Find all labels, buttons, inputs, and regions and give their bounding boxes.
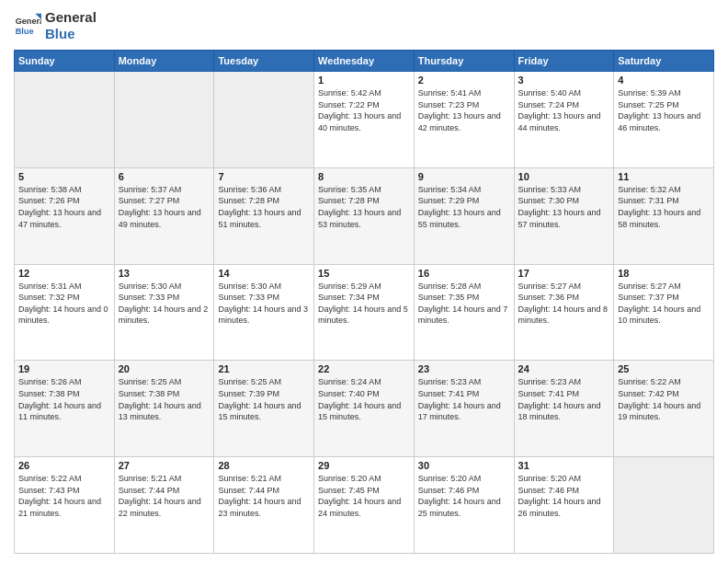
day-number: 20 bbox=[119, 363, 210, 374]
day-cell: 11Sunrise: 5:32 AMSunset: 7:31 PMDayligh… bbox=[614, 167, 714, 264]
week-row-2: 5Sunrise: 5:38 AMSunset: 7:26 PMDaylight… bbox=[15, 167, 714, 264]
day-info: Sunrise: 5:32 AMSunset: 7:31 PMDaylight:… bbox=[618, 184, 710, 230]
col-tuesday: Tuesday bbox=[214, 51, 314, 72]
day-cell: 8Sunrise: 5:35 AMSunset: 7:28 PMDaylight… bbox=[314, 167, 415, 264]
day-info: Sunrise: 5:24 AMSunset: 7:40 PMDaylight:… bbox=[318, 376, 410, 422]
day-cell: 7Sunrise: 5:36 AMSunset: 7:28 PMDaylight… bbox=[214, 167, 314, 264]
day-info: Sunrise: 5:20 AMSunset: 7:45 PMDaylight:… bbox=[318, 473, 410, 519]
day-cell: 5Sunrise: 5:38 AMSunset: 7:26 PMDaylight… bbox=[15, 167, 115, 264]
day-cell: 21Sunrise: 5:25 AMSunset: 7:39 PMDayligh… bbox=[214, 361, 314, 457]
day-info: Sunrise: 5:27 AMSunset: 7:37 PMDaylight:… bbox=[618, 281, 710, 327]
day-number: 2 bbox=[418, 75, 510, 86]
day-cell: 15Sunrise: 5:29 AMSunset: 7:34 PMDayligh… bbox=[314, 264, 415, 361]
day-cell: 13Sunrise: 5:30 AMSunset: 7:33 PMDayligh… bbox=[114, 264, 214, 361]
day-info: Sunrise: 5:20 AMSunset: 7:46 PMDaylight:… bbox=[518, 473, 610, 519]
day-info: Sunrise: 5:36 AMSunset: 7:28 PMDaylight:… bbox=[218, 184, 310, 230]
day-info: Sunrise: 5:30 AMSunset: 7:33 PMDaylight:… bbox=[218, 281, 310, 327]
week-row-3: 12Sunrise: 5:31 AMSunset: 7:32 PMDayligh… bbox=[15, 264, 714, 361]
day-info: Sunrise: 5:41 AMSunset: 7:23 PMDaylight:… bbox=[418, 87, 510, 133]
day-info: Sunrise: 5:30 AMSunset: 7:33 PMDaylight:… bbox=[119, 281, 210, 327]
day-number: 1 bbox=[318, 75, 410, 86]
day-info: Sunrise: 5:42 AMSunset: 7:22 PMDaylight:… bbox=[318, 87, 410, 133]
col-saturday: Saturday bbox=[614, 51, 714, 72]
day-cell: 29Sunrise: 5:20 AMSunset: 7:45 PMDayligh… bbox=[314, 457, 415, 554]
week-row-1: 1Sunrise: 5:42 AMSunset: 7:22 PMDaylight… bbox=[15, 72, 714, 168]
header-row: Sunday Monday Tuesday Wednesday Thursday… bbox=[15, 51, 714, 72]
day-number: 4 bbox=[618, 75, 710, 86]
day-number: 13 bbox=[119, 268, 210, 279]
day-info: Sunrise: 5:28 AMSunset: 7:35 PMDaylight:… bbox=[418, 281, 510, 327]
day-cell: 31Sunrise: 5:20 AMSunset: 7:46 PMDayligh… bbox=[514, 457, 614, 554]
day-number: 23 bbox=[418, 363, 510, 374]
day-cell: 2Sunrise: 5:41 AMSunset: 7:23 PMDaylight… bbox=[414, 72, 514, 168]
day-cell: 27Sunrise: 5:21 AMSunset: 7:44 PMDayligh… bbox=[114, 457, 214, 554]
logo-general-text: General bbox=[45, 9, 97, 26]
day-number: 25 bbox=[618, 363, 710, 374]
svg-text:General: General bbox=[16, 17, 41, 26]
day-info: Sunrise: 5:40 AMSunset: 7:24 PMDaylight:… bbox=[518, 87, 610, 133]
day-cell bbox=[614, 457, 714, 554]
day-cell: 6Sunrise: 5:37 AMSunset: 7:27 PMDaylight… bbox=[114, 167, 214, 264]
day-number: 30 bbox=[418, 460, 510, 471]
day-info: Sunrise: 5:27 AMSunset: 7:36 PMDaylight:… bbox=[518, 281, 610, 327]
day-info: Sunrise: 5:21 AMSunset: 7:44 PMDaylight:… bbox=[218, 473, 310, 519]
calendar-table: Sunday Monday Tuesday Wednesday Thursday… bbox=[14, 50, 714, 554]
day-number: 9 bbox=[418, 171, 510, 182]
day-cell bbox=[114, 72, 214, 168]
day-info: Sunrise: 5:39 AMSunset: 7:25 PMDaylight:… bbox=[618, 87, 710, 133]
day-number: 18 bbox=[618, 268, 710, 279]
day-number: 15 bbox=[318, 268, 410, 279]
day-info: Sunrise: 5:22 AMSunset: 7:42 PMDaylight:… bbox=[618, 376, 710, 422]
day-number: 7 bbox=[218, 171, 310, 182]
svg-text:Blue: Blue bbox=[16, 27, 34, 36]
day-number: 24 bbox=[518, 363, 610, 374]
header: General Blue General Blue bbox=[14, 9, 714, 42]
day-cell: 28Sunrise: 5:21 AMSunset: 7:44 PMDayligh… bbox=[214, 457, 314, 554]
day-cell bbox=[214, 72, 314, 168]
day-cell: 30Sunrise: 5:20 AMSunset: 7:46 PMDayligh… bbox=[414, 457, 514, 554]
day-number: 26 bbox=[18, 460, 110, 471]
day-number: 28 bbox=[218, 460, 310, 471]
day-number: 19 bbox=[18, 363, 110, 374]
day-info: Sunrise: 5:31 AMSunset: 7:32 PMDaylight:… bbox=[18, 281, 110, 327]
page: General Blue General Blue Sunday Monday … bbox=[0, 0, 728, 563]
day-info: Sunrise: 5:35 AMSunset: 7:28 PMDaylight:… bbox=[318, 184, 410, 230]
day-cell bbox=[15, 72, 115, 168]
day-cell: 14Sunrise: 5:30 AMSunset: 7:33 PMDayligh… bbox=[214, 264, 314, 361]
day-cell: 3Sunrise: 5:40 AMSunset: 7:24 PMDaylight… bbox=[514, 72, 614, 168]
day-cell: 26Sunrise: 5:22 AMSunset: 7:43 PMDayligh… bbox=[15, 457, 115, 554]
day-number: 16 bbox=[418, 268, 510, 279]
day-info: Sunrise: 5:29 AMSunset: 7:34 PMDaylight:… bbox=[318, 281, 410, 327]
day-info: Sunrise: 5:37 AMSunset: 7:27 PMDaylight:… bbox=[119, 184, 210, 230]
logo-icon: General Blue bbox=[14, 12, 41, 40]
day-cell: 9Sunrise: 5:34 AMSunset: 7:29 PMDaylight… bbox=[414, 167, 514, 264]
day-info: Sunrise: 5:33 AMSunset: 7:30 PMDaylight:… bbox=[518, 184, 610, 230]
logo: General Blue General Blue bbox=[14, 9, 97, 42]
col-friday: Friday bbox=[514, 51, 614, 72]
day-cell: 1Sunrise: 5:42 AMSunset: 7:22 PMDaylight… bbox=[314, 72, 415, 168]
day-info: Sunrise: 5:21 AMSunset: 7:44 PMDaylight:… bbox=[119, 473, 210, 519]
day-info: Sunrise: 5:25 AMSunset: 7:39 PMDaylight:… bbox=[218, 376, 310, 422]
day-cell: 4Sunrise: 5:39 AMSunset: 7:25 PMDaylight… bbox=[614, 72, 714, 168]
week-row-4: 19Sunrise: 5:26 AMSunset: 7:38 PMDayligh… bbox=[15, 361, 714, 457]
day-number: 14 bbox=[218, 268, 310, 279]
day-cell: 23Sunrise: 5:23 AMSunset: 7:41 PMDayligh… bbox=[414, 361, 514, 457]
day-cell: 25Sunrise: 5:22 AMSunset: 7:42 PMDayligh… bbox=[614, 361, 714, 457]
day-info: Sunrise: 5:25 AMSunset: 7:38 PMDaylight:… bbox=[119, 376, 210, 422]
day-number: 29 bbox=[318, 460, 410, 471]
day-info: Sunrise: 5:23 AMSunset: 7:41 PMDaylight:… bbox=[518, 376, 610, 422]
col-sunday: Sunday bbox=[15, 51, 115, 72]
day-number: 6 bbox=[119, 171, 210, 182]
day-number: 22 bbox=[318, 363, 410, 374]
day-cell: 10Sunrise: 5:33 AMSunset: 7:30 PMDayligh… bbox=[514, 167, 614, 264]
day-number: 31 bbox=[518, 460, 610, 471]
day-number: 11 bbox=[618, 171, 710, 182]
day-cell: 12Sunrise: 5:31 AMSunset: 7:32 PMDayligh… bbox=[15, 264, 115, 361]
day-info: Sunrise: 5:26 AMSunset: 7:38 PMDaylight:… bbox=[18, 376, 110, 422]
day-info: Sunrise: 5:38 AMSunset: 7:26 PMDaylight:… bbox=[18, 184, 110, 230]
day-number: 10 bbox=[518, 171, 610, 182]
day-number: 3 bbox=[518, 75, 610, 86]
day-number: 17 bbox=[518, 268, 610, 279]
day-info: Sunrise: 5:23 AMSunset: 7:41 PMDaylight:… bbox=[418, 376, 510, 422]
day-cell: 24Sunrise: 5:23 AMSunset: 7:41 PMDayligh… bbox=[514, 361, 614, 457]
